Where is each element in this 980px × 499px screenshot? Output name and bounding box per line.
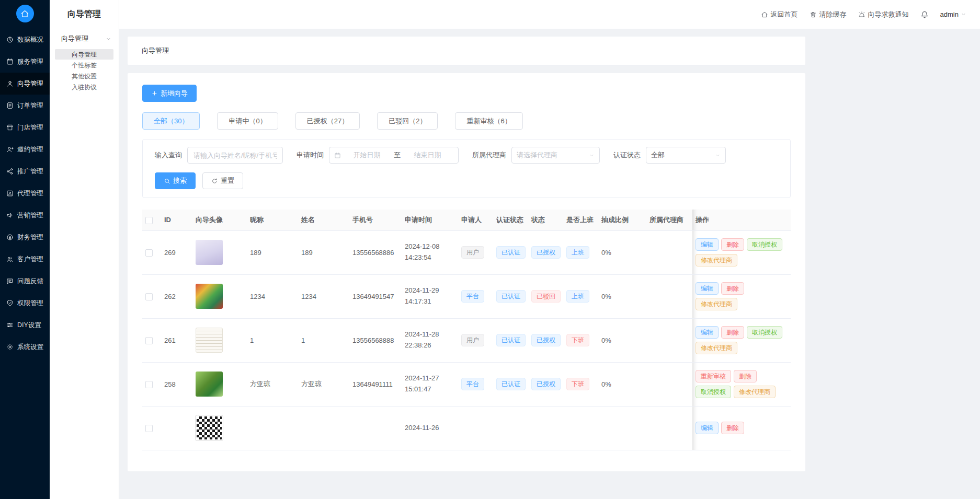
feedback-icon xyxy=(6,277,14,285)
app-logo[interactable] xyxy=(16,5,34,22)
reset-button[interactable]: 重置 xyxy=(202,172,243,189)
topbar-link-clear[interactable]: 清除缓存 xyxy=(810,10,847,19)
cell-actions: 编辑删除取消授权修改代理商 xyxy=(692,318,791,362)
action-change-agent-button[interactable]: 修改代理商 xyxy=(696,254,737,266)
action-revoke-auth-button[interactable]: 取消授权 xyxy=(696,386,731,398)
sidebar-item-invite[interactable]: 邀约管理 xyxy=(0,138,50,160)
action-revoke-auth-button[interactable]: 取消授权 xyxy=(747,238,782,251)
guide-avatar[interactable] xyxy=(196,284,223,309)
action-edit-button[interactable]: 编辑 xyxy=(696,238,719,251)
action-change-agent-button[interactable]: 修改代理商 xyxy=(696,298,737,310)
action-delete-button[interactable]: 删除 xyxy=(734,370,757,382)
topbar-link-label: 向导求救通知 xyxy=(868,10,909,19)
status-tag: 下班 xyxy=(566,378,589,390)
column-header: 姓名 xyxy=(298,210,349,230)
sidebar-item-diy[interactable]: DIY设置 xyxy=(0,314,50,336)
user-menu[interactable]: admin xyxy=(940,10,966,18)
tab-2[interactable]: 已授权（27） xyxy=(295,112,360,130)
add-guide-button[interactable]: 新增向导 xyxy=(142,85,197,102)
action-delete-button[interactable]: 删除 xyxy=(721,422,744,434)
cell-phone: 13649491547 xyxy=(349,274,402,318)
submenu-item-0[interactable]: 向导管理 xyxy=(55,49,113,60)
select-all-checkbox[interactable] xyxy=(145,217,153,224)
query-input[interactable] xyxy=(187,147,283,164)
agent-select[interactable]: 请选择代理商 xyxy=(511,147,600,164)
submenu-item-1[interactable]: 个性标签 xyxy=(55,60,113,71)
chevron-down-icon xyxy=(715,153,721,158)
cell-work-status xyxy=(563,406,598,450)
sidebar-item-service[interactable]: 服务管理 xyxy=(0,51,50,73)
status-tabs: 全部（30）申请中（0）已授权（27）已驳回（2）重新审核（6） xyxy=(142,112,791,130)
tab-4[interactable]: 重新审核（6） xyxy=(455,112,522,130)
row-checkbox[interactable] xyxy=(145,425,153,432)
tab-0[interactable]: 全部（30） xyxy=(142,112,200,130)
action-change-agent-button[interactable]: 修改代理商 xyxy=(734,386,776,398)
row-checkbox[interactable] xyxy=(145,337,153,344)
topbar-link-home[interactable]: 返回首页 xyxy=(761,10,798,19)
topbar-links: 返回首页清除缓存向导求救通知 xyxy=(761,10,909,19)
chevron-down-icon xyxy=(589,153,595,158)
row-checkbox[interactable] xyxy=(145,249,153,257)
guide-avatar[interactable] xyxy=(196,328,223,353)
row-checkbox[interactable] xyxy=(145,381,153,388)
guide-avatar[interactable] xyxy=(196,372,223,397)
bell-icon xyxy=(920,10,929,19)
submenu-item-2[interactable]: 其他设置 xyxy=(55,71,113,82)
action-change-agent-button[interactable]: 修改代理商 xyxy=(696,342,737,354)
breadcrumb: 向导管理 xyxy=(142,46,169,55)
plus-icon xyxy=(151,90,158,97)
sidebar-item-promo[interactable]: 推广管理 xyxy=(0,160,50,182)
sidebar-item-label: DIY设置 xyxy=(17,321,41,330)
action-revoke-auth-button[interactable]: 取消授权 xyxy=(747,326,782,339)
calendar-icon xyxy=(334,152,341,159)
action-delete-button[interactable]: 删除 xyxy=(721,238,744,251)
auth-status-select[interactable]: 全部 xyxy=(646,147,726,164)
submenu-item-3[interactable]: 入驻协议 xyxy=(55,82,113,92)
cell-actions: 重新审核删除取消授权修改代理商 xyxy=(692,362,791,406)
notification-bell-button[interactable] xyxy=(920,10,929,19)
sidebar-item-feedback[interactable]: 问题反馈 xyxy=(0,270,50,292)
guide-avatar[interactable] xyxy=(196,415,223,440)
sidebar-item-settings[interactable]: 系统设置 xyxy=(0,336,50,358)
search-button[interactable]: 搜索 xyxy=(155,172,196,189)
sidebar-item-agent[interactable]: 代理管理 xyxy=(0,182,50,204)
cell-work-status: 下班 xyxy=(563,362,598,406)
cell-apply-time: 2024-12-0814:23:54 xyxy=(402,230,458,274)
cell-agent xyxy=(646,230,692,274)
sidebar-item-customer[interactable]: 客户管理 xyxy=(0,248,50,270)
sidebar-item-guide[interactable]: 向导管理 xyxy=(0,73,50,95)
sidebar-item-overview[interactable]: 数据概况 xyxy=(0,29,50,51)
cell-apply-time: 2024-11-2715:01:47 xyxy=(402,362,458,406)
sidebar-item-permission[interactable]: 权限管理 xyxy=(0,292,50,314)
action-edit-button[interactable]: 编辑 xyxy=(696,326,719,339)
clear-icon xyxy=(810,11,817,18)
sidebar-item-order[interactable]: 订单管理 xyxy=(0,95,50,117)
cell-apply-time: 2024-11-2822:38:26 xyxy=(402,318,458,362)
action-delete-button[interactable]: 删除 xyxy=(721,326,744,339)
sidebar-item-marketing[interactable]: 营销管理 xyxy=(0,204,50,226)
action-edit-button[interactable]: 编辑 xyxy=(696,282,719,295)
settings-icon xyxy=(6,343,14,351)
date-range-picker[interactable]: 开始日期 至 结束日期 xyxy=(329,147,459,164)
cell-actions: 编辑删除 xyxy=(692,406,791,450)
tab-3[interactable]: 已驳回（2） xyxy=(377,112,438,130)
action-edit-button[interactable]: 编辑 xyxy=(696,422,719,434)
cell-work-status: 上班 xyxy=(563,230,598,274)
main-card: 新增向导 全部（30）申请中（0）已授权（27）已驳回（2）重新审核（6） 输入… xyxy=(128,73,805,471)
row-checkbox[interactable] xyxy=(145,293,153,300)
tab-1[interactable]: 申请中（0） xyxy=(217,112,278,130)
home-icon xyxy=(20,9,29,18)
cell-work-status: 上班 xyxy=(563,274,598,318)
topbar-link-alarm[interactable]: 向导求救通知 xyxy=(858,10,909,19)
query-label: 输入查询 xyxy=(155,150,182,160)
action-re-review-button[interactable]: 重新审核 xyxy=(696,370,731,382)
cell-nickname xyxy=(247,406,298,450)
sidebar-item-finance[interactable]: 财务管理 xyxy=(0,226,50,248)
cell-agent xyxy=(646,274,692,318)
action-delete-button[interactable]: 删除 xyxy=(721,282,744,295)
sidebar-item-store[interactable]: 门店管理 xyxy=(0,117,50,138)
sidebar-item-label: 门店管理 xyxy=(17,123,43,132)
submenu-group[interactable]: 向导管理 xyxy=(50,29,119,49)
topbar: 返回首页清除缓存向导求救通知 admin xyxy=(119,0,980,29)
guide-avatar[interactable] xyxy=(196,240,223,265)
